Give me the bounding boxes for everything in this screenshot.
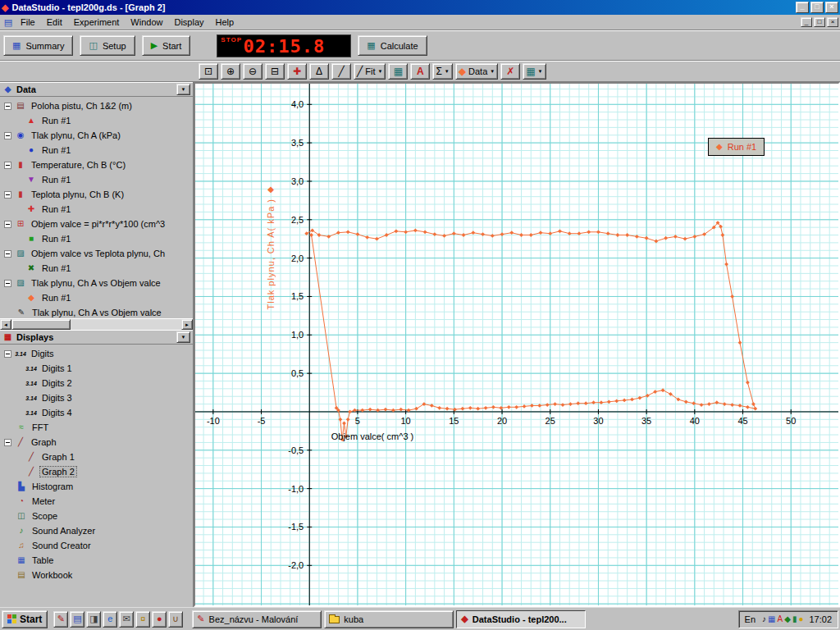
mail-icon[interactable]: ✉ [119, 611, 134, 628]
display-settings-icon[interactable]: ▦ [768, 615, 775, 623]
display-tree-row[interactable]: ♫ Sound Creator [0, 538, 193, 553]
datastudio-app-icon[interactable]: ◆ [2, 3, 8, 12]
display-tree-row[interactable]: ▦ Table [0, 553, 193, 568]
start-menu-button[interactable]: Start [2, 610, 48, 628]
collapse-icon[interactable] [4, 132, 11, 139]
display-tree-row[interactable]: ╱ Graph 1 [0, 450, 193, 464]
collapse-icon[interactable] [4, 439, 11, 446]
display-tree-row[interactable]: ◫ Scope [0, 509, 193, 523]
menu-item[interactable]: Display [168, 16, 209, 29]
display-tree-row[interactable]: ╱ Graph [0, 435, 193, 450]
modem-icon[interactable]: ▮ [792, 615, 797, 623]
text-annotation-button[interactable]: A [410, 63, 430, 80]
displays-panel-header[interactable]: ▦ Displays ▼ [0, 330, 193, 345]
scroll-left-icon[interactable]: ◄ [0, 319, 11, 330]
zoom-select-button[interactable]: ⊟ [265, 63, 285, 80]
data-tree-row[interactable]: ⊞ Objem valce = pi*r*r*y*100 (cm^3 [0, 217, 193, 231]
delta-tool-button[interactable]: Δ [309, 63, 329, 80]
notes-icon[interactable]: ▤ [70, 611, 84, 628]
start-button[interactable]: ▶ Start [142, 35, 191, 56]
slope-tool-button[interactable]: ╱ [331, 63, 351, 80]
opera-icon[interactable]: ● [152, 611, 167, 628]
graph-canvas[interactable]: -10-551015202530354045504,03,53,02,52,01… [195, 84, 838, 605]
statistics-dropdown-button[interactable]: Σ ▼ [432, 63, 452, 80]
close-icon[interactable]: × [825, 2, 838, 13]
collapse-icon[interactable] [4, 250, 11, 258]
scheduler-icon[interactable]: ◆ [784, 615, 791, 623]
task-button-paint[interactable]: ✎ Bez_názvu - Malování [192, 610, 322, 628]
calculate-button[interactable]: ▦ Calculate [358, 35, 427, 56]
fit-dropdown-button[interactable]: ╱ Fit ▼ [354, 63, 386, 80]
display-tree-row[interactable]: 3.14 Digits 2 [0, 376, 193, 390]
antivirus-icon[interactable]: A [778, 615, 783, 623]
task-button-datastudio[interactable]: ◆ DataStudio - tepl200... [456, 610, 586, 628]
remove-data-button[interactable]: ✗ [500, 63, 520, 80]
y-axis-label-group[interactable]: ◆ Tlak plynu, Ch A( kPa ) [266, 185, 276, 310]
child-restore-icon[interactable]: □ [814, 17, 825, 27]
display-tree-row[interactable]: 3.14 Digits 1 [0, 361, 193, 376]
zoom-out-button[interactable]: ⊖ [243, 63, 262, 80]
menu-item[interactable]: Help [210, 16, 240, 29]
x-axis-label[interactable]: Objem valce( cm^3 ) [282, 431, 463, 441]
display-tree-row[interactable]: ╱ Graph 2 [0, 464, 193, 479]
data-tree-row[interactable]: ● Run #1 [0, 143, 193, 158]
document-icon[interactable]: ▤ [2, 17, 15, 28]
collapse-icon[interactable] [4, 221, 11, 228]
display-tree-row[interactable]: ▤ Workbook [0, 568, 193, 582]
display-tree-row[interactable]: ◔ Meter [0, 494, 193, 509]
data-tree-row[interactable]: ✖ Run #1 [0, 261, 193, 276]
menu-item[interactable]: Experiment [68, 16, 126, 29]
display-tree-row[interactable]: 3.14 Digits 3 [0, 390, 193, 405]
data-tree-row[interactable]: ▲ Run #1 [0, 113, 193, 128]
internet-explorer-icon[interactable]: e [103, 611, 117, 628]
data-tree-row[interactable]: ▮ Temperature, Ch B (°C) [0, 158, 193, 172]
summary-button[interactable]: ▦ Summary [3, 35, 73, 56]
data-tree-row[interactable]: ▨ Objem valce vs Teplota plynu, Ch [0, 246, 193, 261]
collapse-icon[interactable] [4, 103, 11, 110]
graph-settings-button[interactable]: ▦ ▼ [523, 63, 546, 80]
legend[interactable]: ◆ Run #1 [708, 138, 765, 156]
displays-panel-dropdown-icon[interactable]: ▼ [176, 331, 190, 343]
collapse-icon[interactable] [4, 280, 11, 287]
display-tree-row[interactable]: 3.14 Digits 4 [0, 405, 193, 420]
data-tree-row[interactable]: ◆ Run #1 [0, 290, 193, 305]
setup-button[interactable]: ◫ Setup [80, 35, 135, 56]
keyboard-language-indicator[interactable]: En [745, 614, 756, 624]
clock-agent-icon[interactable]: ● [798, 615, 803, 623]
display-tree-row[interactable]: ♪ Sound Analyzer [0, 523, 193, 538]
data-panel-dropdown-icon[interactable]: ▼ [176, 84, 190, 95]
menu-item[interactable]: Edit [41, 16, 68, 29]
volume-icon[interactable]: ♪ [762, 615, 766, 623]
smart-tool-button[interactable]: ✚ [287, 63, 307, 80]
calculate-tool-button[interactable]: ▦ [388, 63, 408, 80]
menu-item[interactable]: File [15, 16, 41, 29]
child-minimize-icon[interactable]: _ [801, 17, 812, 27]
collapse-icon[interactable] [4, 162, 11, 169]
scroll-right-icon[interactable]: ► [181, 319, 193, 330]
data-dropdown-button[interactable]: ◆ Data ▼ [455, 63, 498, 80]
data-tree-row[interactable]: ■ Run #1 [0, 231, 193, 246]
data-panel-header[interactable]: ◆ Data ▼ [0, 82, 193, 97]
display-tree-row[interactable]: 3.14 Digits [0, 346, 193, 361]
data-tree-row[interactable]: ◉ Tlak plynu, Ch A (kPa) [0, 128, 193, 143]
java-icon[interactable]: ∪ [168, 611, 183, 628]
data-tree-row[interactable]: ▼ Run #1 [0, 172, 193, 187]
menu-item[interactable]: Window [125, 16, 168, 29]
data-tree-row[interactable]: ✚ Run #1 [0, 202, 193, 217]
data-tree-row[interactable]: ▮ Teplota plynu, Ch B (K) [0, 187, 193, 202]
collapse-icon[interactable] [4, 350, 11, 358]
scrollbar-track[interactable] [71, 319, 181, 330]
data-tree-row[interactable]: ✎ Tlak plynu, Ch A vs Objem valce [0, 305, 193, 318]
minimize-icon[interactable]: _ [796, 2, 809, 13]
scale-to-fit-button[interactable]: ⊡ [199, 63, 218, 80]
printer-icon[interactable]: ◨ [86, 611, 101, 628]
collapse-icon[interactable] [4, 191, 11, 199]
keys-icon[interactable]: ¤ [135, 611, 150, 628]
pen-icon[interactable]: ✎ [53, 611, 68, 628]
display-tree-row[interactable]: ▙ Histogram [0, 479, 193, 494]
display-tree-row[interactable]: ≈ FFT [0, 420, 193, 435]
zoom-in-button[interactable]: ⊕ [221, 63, 240, 80]
task-button-folder[interactable]: kuba [324, 610, 454, 628]
child-close-icon[interactable]: × [827, 17, 838, 27]
data-tree-row[interactable]: ▨ Tlak plynu, Ch A vs Objem valce [0, 276, 193, 290]
